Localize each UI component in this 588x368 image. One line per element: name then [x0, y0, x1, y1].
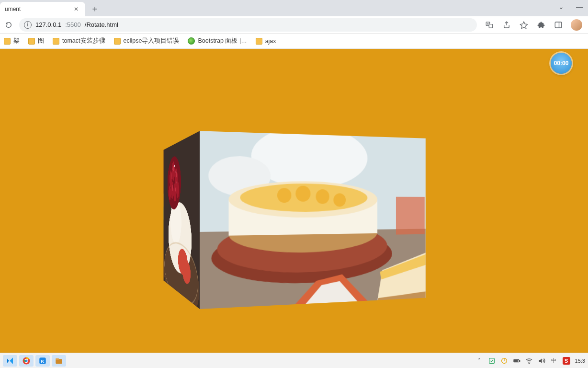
power-icon[interactable]	[500, 357, 508, 365]
svg-point-16	[295, 186, 310, 202]
share-icon[interactable]	[502, 20, 511, 30]
volume-icon[interactable]	[538, 357, 545, 365]
carousel-face-front	[200, 131, 426, 309]
bookmarks-bar: 架 图 tomact安装步骤 eclipse导入项目错误 Bootstrap 面…	[0, 34, 588, 49]
url-port: :5500	[65, 21, 81, 28]
tray-chevron-icon[interactable]: ˄	[475, 357, 483, 365]
folder-icon	[114, 38, 121, 45]
svg-point-18	[333, 193, 346, 207]
raspberry-image	[164, 131, 200, 309]
svg-marker-62	[7, 358, 9, 363]
taskbar-app-vscode[interactable]	[3, 355, 17, 367]
svg-marker-78	[539, 358, 542, 363]
svg-point-15	[277, 188, 291, 203]
new-tab-button[interactable]: ＋	[88, 2, 102, 15]
tab-title: ument	[5, 6, 21, 12]
battery-icon[interactable]	[513, 357, 520, 365]
bookmark-item[interactable]: eclipse导入项目错误	[114, 37, 180, 45]
timer-value: 00:00	[554, 60, 569, 67]
bookmark-item[interactable]: 图	[28, 37, 44, 45]
bookmark-label: tomact安装步骤	[62, 37, 105, 45]
svg-rect-3	[555, 22, 562, 28]
bookmark-label: Bootstrap 面板 |…	[198, 37, 247, 45]
window-chevron-icon[interactable]: ⌄	[555, 3, 567, 11]
folder-icon	[4, 38, 11, 45]
bookmark-item[interactable]: Bootstrap 面板 |…	[188, 37, 247, 45]
avatar-icon[interactable]	[571, 19, 582, 31]
side-panel-icon[interactable]	[554, 20, 563, 30]
bookmark-label: eclipse导入项目错误	[124, 37, 180, 45]
window-minimize-icon[interactable]: —	[574, 3, 585, 11]
svg-text:K: K	[41, 358, 44, 363]
site-info-icon[interactable]: i	[24, 21, 32, 29]
svg-rect-1	[489, 24, 493, 28]
browser-tab[interactable]: ument ✕	[0, 2, 85, 16]
taskbar-app-file-mgr[interactable]	[52, 355, 66, 367]
carousel-face-left	[164, 131, 200, 309]
carousel-cube[interactable]: D E	[179, 142, 375, 293]
taskbar: K ˄ 中 S 15:3	[0, 353, 588, 368]
taskbar-apps: K	[3, 355, 66, 367]
svg-marker-2	[520, 22, 528, 28]
sogou-icon[interactable]: S	[563, 357, 570, 365]
system-tray: ˄ 中 S 15:3	[475, 357, 585, 365]
close-tab-icon[interactable]: ✕	[72, 5, 80, 13]
svg-rect-75	[519, 360, 520, 361]
url-host: 127.0.0.1	[35, 21, 61, 28]
bookmark-item[interactable]: tomact安装步骤	[53, 37, 105, 45]
svg-rect-76	[514, 360, 518, 361]
ime-icon[interactable]: 中	[550, 357, 558, 365]
taskbar-app-chrome[interactable]	[19, 355, 34, 367]
bookmark-label: 架	[13, 37, 20, 45]
carousel-stage: D E	[179, 145, 384, 288]
timer-badge[interactable]: 00:00	[551, 53, 572, 74]
window-controls: ⌄ —	[555, 3, 585, 11]
translate-icon[interactable]	[485, 20, 494, 30]
puzzle-icon[interactable]	[536, 20, 546, 30]
tab-strip: ument ✕ ＋ ⌄ —	[0, 0, 588, 16]
wifi-icon[interactable]	[525, 357, 533, 365]
app-icon	[188, 37, 195, 45]
svg-rect-70	[56, 358, 59, 359]
taskbar-app-kde[interactable]: K	[35, 355, 50, 367]
browser-toolbar: i 127.0.0.1:5500/Rotate.html	[0, 16, 588, 34]
svg-point-77	[529, 363, 529, 363]
page-viewport: 00:00	[0, 49, 588, 353]
bookmark-item[interactable]: 架	[4, 37, 20, 45]
folder-icon	[53, 38, 59, 45]
folder-icon	[256, 38, 262, 45]
svg-rect-71	[489, 358, 494, 363]
star-icon[interactable]	[519, 20, 529, 30]
svg-marker-63	[10, 357, 13, 364]
cheesecake-image	[200, 131, 426, 309]
clock[interactable]: 15:3	[575, 358, 585, 364]
bookmark-item[interactable]: ajax	[256, 38, 276, 45]
svg-rect-22	[396, 197, 425, 235]
address-bar[interactable]: i 127.0.0.1:5500/Rotate.html	[19, 18, 477, 32]
security-icon[interactable]	[488, 357, 496, 365]
toolbar-icons	[482, 19, 585, 31]
url-path: /Rotate.html	[85, 21, 118, 28]
folder-icon	[28, 38, 35, 45]
bookmark-label: 图	[38, 37, 44, 45]
svg-point-17	[316, 189, 329, 204]
bookmark-label: ajax	[265, 38, 276, 45]
reload-button[interactable]	[3, 19, 14, 31]
